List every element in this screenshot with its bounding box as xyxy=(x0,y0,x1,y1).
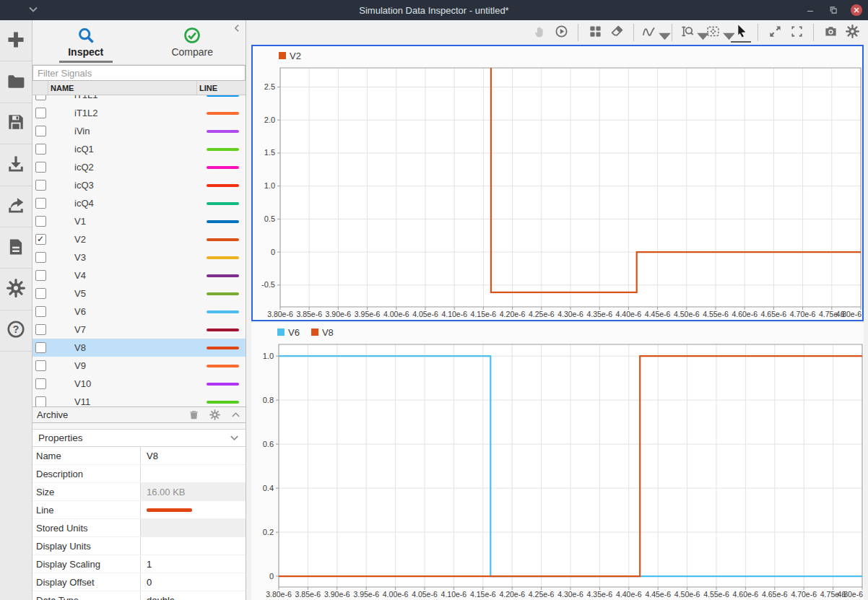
help-button[interactable]: ? xyxy=(0,310,32,352)
property-value[interactable]: 0 xyxy=(141,573,246,591)
caret-down-icon[interactable] xyxy=(696,30,702,35)
chevron-down-icon[interactable] xyxy=(27,4,39,15)
signal-row-V5[interactable]: V5 xyxy=(32,284,246,303)
signal-line-swatch xyxy=(207,184,239,187)
snapshot-button[interactable] xyxy=(820,22,841,43)
signal-checkbox[interactable] xyxy=(35,378,46,389)
signal-row-icQ4[interactable]: icQ4 xyxy=(32,194,246,212)
property-label: Display Offset xyxy=(32,573,141,591)
tab-inspect[interactable]: Inspect xyxy=(32,20,139,64)
property-value[interactable] xyxy=(141,519,246,536)
signal-checkbox[interactable] xyxy=(35,144,46,155)
signal-row-V9[interactable]: V9 xyxy=(32,357,246,375)
property-value[interactable] xyxy=(141,501,246,518)
subplot-2[interactable]: V6V81.00.80.60.40.203.80e-63.85e-63.90e-… xyxy=(251,323,864,600)
caret-down-icon[interactable] xyxy=(722,30,728,35)
signal-checkbox[interactable] xyxy=(35,108,46,118)
filter-signals-input[interactable] xyxy=(32,65,246,81)
svg-text:3.90e-6: 3.90e-6 xyxy=(326,310,352,318)
signal-line-swatch xyxy=(207,383,239,386)
fullscreen-button[interactable] xyxy=(786,22,807,43)
settings-button[interactable] xyxy=(842,22,862,43)
signal-row-V4[interactable]: V4 xyxy=(32,266,246,284)
preferences-button[interactable] xyxy=(0,269,32,310)
signal-row-V8[interactable]: V8 xyxy=(32,339,246,357)
save-button[interactable] xyxy=(0,103,32,144)
signal-row-V2[interactable]: ✓V2 xyxy=(32,230,246,248)
signal-checkbox[interactable] xyxy=(35,95,46,100)
svg-text:4.05e-6: 4.05e-6 xyxy=(412,310,438,318)
expand-icon xyxy=(768,25,782,40)
signal-checkbox[interactable] xyxy=(35,252,46,263)
signal-checkbox[interactable] xyxy=(35,324,46,335)
archive-label: Archive xyxy=(37,409,178,420)
signal-row-iVin[interactable]: iVin xyxy=(32,122,246,140)
signal-name: iT1L1 xyxy=(48,95,197,100)
open-button[interactable] xyxy=(0,61,32,103)
chevron-up-icon[interactable] xyxy=(230,409,241,420)
chevron-down-icon[interactable] xyxy=(229,432,240,443)
signal-row-icQ2[interactable]: icQ2 xyxy=(32,158,246,176)
chart-canvas[interactable]: 1.00.80.60.40.203.80e-63.85e-63.90e-63.9… xyxy=(251,342,864,600)
archive-bar[interactable]: Archive xyxy=(32,406,246,423)
add-button[interactable] xyxy=(0,20,32,61)
subplot-1[interactable]: V22.52.01.51.00.50-0.53.80e-63.85e-63.90… xyxy=(251,45,864,321)
gear-icon[interactable] xyxy=(209,409,220,420)
layout-button[interactable] xyxy=(585,22,605,43)
signal-row-V6[interactable]: V6 xyxy=(32,303,246,321)
tab-compare[interactable]: Compare xyxy=(139,20,246,64)
pointer-button[interactable] xyxy=(731,22,751,43)
properties-header[interactable]: Properties xyxy=(32,429,246,447)
fit-to-view-button[interactable] xyxy=(705,22,729,43)
minimize-button[interactable]: – xyxy=(804,4,816,16)
svg-text:3.85e-6: 3.85e-6 xyxy=(295,590,321,599)
collapse-sidebar-icon[interactable] xyxy=(232,23,242,33)
signal-row-V11[interactable]: V11 xyxy=(32,393,246,406)
signal-row-icQ3[interactable]: icQ3 xyxy=(32,176,246,194)
import-button[interactable] xyxy=(0,144,32,186)
signal-row-V3[interactable]: V3 xyxy=(32,248,246,266)
line-style-swatch[interactable] xyxy=(147,508,192,512)
signal-checkbox[interactable] xyxy=(35,162,46,173)
signal-row-icQ1[interactable]: icQ1 xyxy=(32,140,246,158)
signal-checkbox[interactable] xyxy=(35,396,46,406)
signal-checkbox[interactable] xyxy=(35,126,46,136)
signal-checkbox[interactable] xyxy=(35,270,46,281)
signal-checkbox[interactable] xyxy=(35,216,46,227)
signal-checkbox[interactable] xyxy=(35,342,46,353)
signals-wave-button[interactable] xyxy=(641,22,665,43)
svg-text:1.0: 1.0 xyxy=(263,352,274,360)
signal-row-iT1L2[interactable]: iT1L2 xyxy=(32,104,246,122)
close-button[interactable]: ✕ xyxy=(851,4,862,16)
chart-canvas[interactable]: 2.52.01.51.00.50-0.53.80e-63.85e-63.90e-… xyxy=(253,65,862,320)
signal-checkbox[interactable]: ✓ xyxy=(35,234,46,245)
signal-row-iT1L1[interactable]: iT1L1 xyxy=(32,95,246,104)
signal-checkbox[interactable] xyxy=(35,306,46,317)
signal-row-V1[interactable]: V1 xyxy=(32,212,246,230)
property-value[interactable]: double xyxy=(141,591,246,600)
signal-checkbox[interactable] xyxy=(35,180,46,191)
create-report-button[interactable] xyxy=(0,227,32,269)
pan-button[interactable] xyxy=(529,22,550,43)
trash-icon[interactable] xyxy=(188,409,199,420)
signal-checkbox[interactable] xyxy=(35,360,46,371)
signal-row-V7[interactable]: V7 xyxy=(32,321,246,339)
property-value[interactable] xyxy=(141,537,246,555)
signal-checkbox[interactable] xyxy=(35,288,46,299)
titlebar[interactable]: Simulation Data Inspector - untitled* – … xyxy=(0,0,868,20)
property-value[interactable]: 16.00 KB xyxy=(141,483,246,500)
property-row-name: NameV8 xyxy=(32,447,246,465)
zoom-in-time-button[interactable] xyxy=(679,22,703,43)
export-button[interactable] xyxy=(0,186,32,227)
caret-down-icon[interactable] xyxy=(658,30,664,35)
save-icon xyxy=(6,113,25,134)
property-value[interactable]: 1 xyxy=(141,555,246,573)
signal-row-V10[interactable]: V10 xyxy=(32,375,246,393)
property-value[interactable]: V8 xyxy=(141,447,246,464)
expand-button[interactable] xyxy=(765,22,785,43)
replay-button[interactable] xyxy=(551,22,571,43)
signal-checkbox[interactable] xyxy=(35,198,46,209)
clear-subplot-button[interactable] xyxy=(607,22,627,43)
restore-button[interactable] xyxy=(828,4,839,16)
property-value[interactable] xyxy=(141,465,246,482)
